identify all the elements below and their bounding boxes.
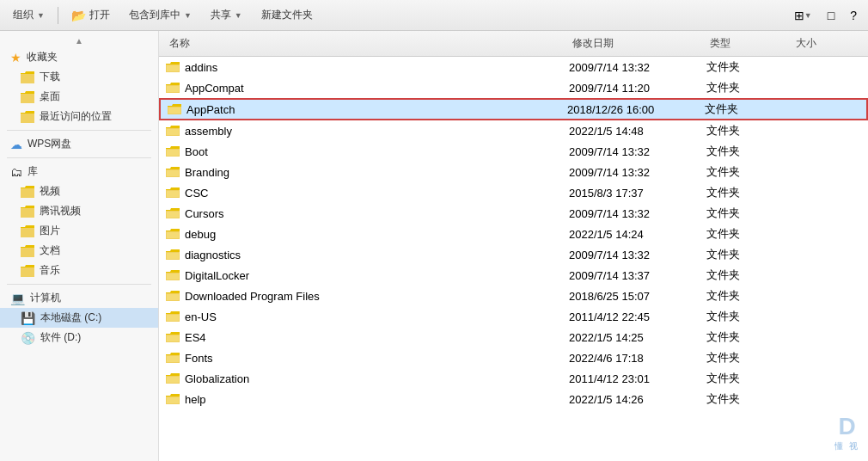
file-name: help <box>185 393 206 406</box>
folder-icon <box>166 372 180 384</box>
col-header-name[interactable]: 名称 <box>166 34 569 52</box>
sidebar-item-music[interactable]: 音乐 <box>0 261 158 280</box>
share-button[interactable]: 共享 ▼ <box>203 4 250 26</box>
sidebar-item-favorites[interactable]: ★ 收藏夹 <box>0 47 158 67</box>
sidebar-item-downloads[interactable]: 下载 <box>0 67 158 87</box>
star-icon: ★ <box>10 51 21 65</box>
sidebar-sep-1 <box>7 130 151 131</box>
file-name-cell: Boot <box>166 145 569 158</box>
file-name-cell: AppPatch <box>168 103 567 116</box>
file-modified: 2022/1/5 14:48 <box>569 125 706 138</box>
folder-icon <box>166 145 180 157</box>
table-row[interactable]: assembly 2022/1/5 14:48 文件夹 <box>159 120 868 141</box>
sidebar-item-computer[interactable]: 💻 计算机 <box>0 288 158 308</box>
sidebar-item-tencent-video[interactable]: 腾讯视频 <box>0 201 158 221</box>
table-row[interactable]: en-US 2011/4/12 22:45 文件夹 <box>159 306 868 327</box>
sidebar-item-videos[interactable]: 视频 <box>0 181 158 201</box>
file-type: 文件夹 <box>705 101 791 117</box>
documents-label: 文档 <box>40 243 60 258</box>
scroll-indicator: ▲ <box>0 34 158 47</box>
file-name-cell: ES4 <box>166 331 569 344</box>
folder-icon <box>166 310 180 323</box>
organize-dropdown-arrow: ▼ <box>37 11 45 20</box>
col-header-modified[interactable]: 修改日期 <box>569 34 706 52</box>
sidebar-item-disk-d[interactable]: 💿 软件 (D:) <box>0 328 158 347</box>
sidebar-item-documents[interactable]: 文档 <box>0 241 158 261</box>
table-row[interactable]: Downloaded Program Files 2018/6/25 15:07… <box>159 286 868 306</box>
col-header-size[interactable]: 大小 <box>792 34 861 52</box>
table-row[interactable]: ES4 2022/1/5 14:25 文件夹 <box>159 327 868 347</box>
table-row[interactable]: Branding 2009/7/14 13:32 文件夹 <box>159 162 868 182</box>
table-row[interactable]: AppPatch 2018/12/26 16:00 文件夹 <box>159 98 868 120</box>
include-library-button[interactable]: 包含到库中 ▼ <box>121 4 199 26</box>
file-modified: 2009/7/14 13:32 <box>569 145 706 158</box>
sidebar-item-recent[interactable]: 最近访问的位置 <box>0 107 158 126</box>
help-button[interactable]: ? <box>844 5 863 26</box>
file-modified: 2011/4/12 22:45 <box>569 310 706 323</box>
file-list-header: 名称 修改日期 类型 大小 <box>159 31 868 57</box>
table-row[interactable]: addins 2009/7/14 13:32 文件夹 <box>159 57 868 77</box>
share-label: 共享 <box>211 8 231 22</box>
new-folder-label: 新建文件夹 <box>261 8 313 22</box>
file-name: Branding <box>185 166 229 179</box>
preview-button[interactable]: □ <box>822 5 840 26</box>
folder-icon <box>166 187 180 199</box>
folder-icon <box>166 166 180 178</box>
sidebar-item-local-disk-c[interactable]: 💾 本地磁盘 (C:) <box>0 308 158 328</box>
table-row[interactable]: diagnostics 2009/7/14 13:32 文件夹 <box>159 244 868 265</box>
file-name-cell: Branding <box>166 166 569 179</box>
table-row[interactable]: Globalization 2011/4/12 23:01 文件夹 <box>159 368 868 389</box>
folder-icon <box>166 352 180 364</box>
file-name: Boot <box>185 145 208 158</box>
file-type: 文件夹 <box>706 288 792 304</box>
open-label: 打开 <box>89 8 110 22</box>
music-label: 音乐 <box>40 263 60 278</box>
file-name: debug <box>185 228 216 241</box>
file-type: 文件夹 <box>706 123 792 138</box>
table-row[interactable]: debug 2022/1/5 14:24 文件夹 <box>159 224 868 244</box>
pictures-label: 图片 <box>40 224 60 238</box>
file-modified: 2009/7/14 13:32 <box>569 61 706 74</box>
table-row[interactable]: AppCompat 2009/7/14 11:20 文件夹 <box>159 77 868 98</box>
sidebar-item-wps[interactable]: ☁ WPS网盘 <box>0 134 158 154</box>
open-button[interactable]: 📂 打开 <box>64 4 118 26</box>
file-name: CSC <box>185 187 208 200</box>
disk-c-icon: 💾 <box>21 311 35 325</box>
file-type: 文件夹 <box>706 59 792 75</box>
file-name-cell: Cursors <box>166 207 569 220</box>
view-mode-button[interactable]: ⊞ ▼ <box>788 5 818 26</box>
table-row[interactable]: Cursors 2009/7/14 13:32 文件夹 <box>159 203 868 224</box>
sidebar-section-favorites: ★ 收藏夹 下载 桌面 最近访问的位置 <box>0 47 158 126</box>
table-row[interactable]: Boot 2009/7/14 13:32 文件夹 <box>159 141 868 162</box>
new-folder-button[interactable]: 新建文件夹 <box>254 4 321 26</box>
col-header-type[interactable]: 类型 <box>706 34 792 52</box>
file-modified: 2022/1/5 14:24 <box>569 228 706 241</box>
table-row[interactable]: Fonts 2022/4/6 17:18 文件夹 <box>159 347 868 368</box>
file-name: AppPatch <box>186 103 235 116</box>
file-modified: 2015/8/3 17:37 <box>569 187 706 200</box>
disk-d-icon: 💿 <box>21 331 35 345</box>
table-row[interactable]: help 2022/1/5 14:26 文件夹 <box>159 389 868 409</box>
sidebar-item-pictures[interactable]: 图片 <box>0 221 158 241</box>
include-dropdown-arrow: ▼ <box>184 11 192 20</box>
sidebar-item-library[interactable]: 🗂 库 <box>0 162 158 181</box>
sidebar-section-computer: 💻 计算机 💾 本地磁盘 (C:) 💿 软件 (D:) <box>0 288 158 347</box>
sidebar-item-desktop[interactable]: 桌面 <box>0 87 158 107</box>
file-name: diagnostics <box>185 249 241 261</box>
scroll-up-arrow: ▲ <box>75 36 83 46</box>
file-area: 名称 修改日期 类型 大小 addins 2009/7/14 13:32 文件夹 <box>159 31 868 461</box>
file-type: 文件夹 <box>706 164 792 180</box>
favorites-label: 收藏夹 <box>27 50 58 65</box>
file-name: Downloaded Program Files <box>185 290 320 303</box>
folder-icon <box>21 225 34 237</box>
table-row[interactable]: DigitalLocker 2009/7/14 13:37 文件夹 <box>159 265 868 286</box>
organize-button[interactable]: 组织 ▼ <box>5 4 52 26</box>
file-name-cell: Downloaded Program Files <box>166 290 569 303</box>
computer-label: 计算机 <box>30 291 61 305</box>
cloud-icon: ☁ <box>10 138 22 151</box>
table-row[interactable]: CSC 2015/8/3 17:37 文件夹 <box>159 182 868 203</box>
share-dropdown-arrow: ▼ <box>235 11 242 20</box>
file-list: addins 2009/7/14 13:32 文件夹 AppCompat 200… <box>159 57 868 461</box>
folder-icon <box>166 249 180 261</box>
file-modified: 2009/7/14 13:32 <box>569 207 706 220</box>
